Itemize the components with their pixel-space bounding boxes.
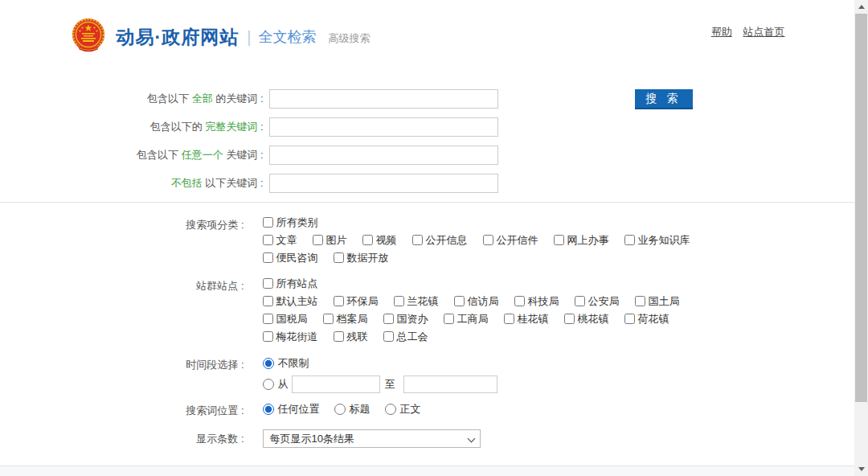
category-checkbox[interactable]: 视频 xyxy=(362,233,397,248)
radio[interactable] xyxy=(263,358,274,369)
checkbox[interactable] xyxy=(635,296,645,306)
checkbox[interactable] xyxy=(334,331,344,342)
category-checkbox[interactable]: 公开信件 xyxy=(483,233,538,248)
checkbox[interactable] xyxy=(624,235,635,245)
site-checkbox[interactable]: 信访局 xyxy=(454,294,499,309)
checkbox[interactable] xyxy=(263,296,273,306)
checkbox-label: 视频 xyxy=(376,233,397,248)
site-checkbox[interactable]: 总工会 xyxy=(383,330,428,344)
category-checkbox[interactable]: 便民咨询 xyxy=(263,251,318,265)
page-bottom-strip xyxy=(0,466,854,476)
checkbox[interactable] xyxy=(362,235,373,245)
time-range-radio[interactable]: 从 xyxy=(263,377,289,392)
advanced-search-page: 动易·政府网站 | 全文检索 高级搜索 帮助 站点首页 包含以下 全部 的关键词… xyxy=(0,0,868,476)
checkbox[interactable] xyxy=(263,331,273,342)
checkbox[interactable] xyxy=(514,296,525,306)
radio[interactable] xyxy=(334,404,346,415)
checkbox[interactable] xyxy=(263,252,273,263)
site-checkbox-all[interactable]: 所有站点 xyxy=(263,277,318,291)
keyword-input-all[interactable] xyxy=(269,89,498,109)
checkbox[interactable] xyxy=(383,314,394,324)
checkbox[interactable] xyxy=(504,314,514,324)
category-checkbox-all[interactable]: 所有类别 xyxy=(263,215,318,230)
word-position-section: 搜索词位置 : 任何位置 标题 正文 xyxy=(70,401,785,421)
keyword-input-exclude[interactable] xyxy=(269,174,498,193)
checkbox-label: 公开信息 xyxy=(426,233,468,248)
category-checkbox[interactable]: 数据开放 xyxy=(334,251,389,265)
radio[interactable] xyxy=(263,404,274,415)
checkbox-label: 文章 xyxy=(276,233,297,248)
radio-label: 任何位置 xyxy=(278,402,320,416)
checkbox-label: 所有类别 xyxy=(276,215,318,230)
site-checkbox[interactable]: 环保局 xyxy=(334,294,379,309)
position-anywhere-radio[interactable]: 任何位置 xyxy=(263,402,320,416)
page-size-select[interactable]: 每页显示10条结果 xyxy=(263,429,481,448)
site-checkbox[interactable]: 档案局 xyxy=(323,312,368,326)
checkbox[interactable] xyxy=(263,217,273,228)
checkbox[interactable] xyxy=(575,296,585,306)
checkbox[interactable] xyxy=(564,314,575,324)
checkbox-label: 默认主站 xyxy=(276,294,318,309)
keyword-row-exact: 包含以下的 完整关键词 : xyxy=(70,117,785,137)
checkbox[interactable] xyxy=(483,235,493,245)
site-checkbox[interactable]: 公安局 xyxy=(575,294,620,309)
keyword-label-exclude: 不包括 以下关键词 : xyxy=(70,176,269,191)
checkbox[interactable] xyxy=(383,331,394,342)
checkbox[interactable] xyxy=(412,235,423,245)
time-unlimited-radio[interactable]: 不限制 xyxy=(263,356,309,371)
category-checkbox[interactable]: 文章 xyxy=(263,233,297,248)
advanced-search-label: 高级搜索 xyxy=(328,31,370,46)
sites-section-label: 站群站点 : xyxy=(70,277,244,347)
keyword-input-any[interactable] xyxy=(269,146,498,165)
radio[interactable] xyxy=(385,404,396,415)
checkbox[interactable] xyxy=(624,314,635,324)
position-title-radio[interactable]: 标题 xyxy=(334,402,371,416)
site-checkbox[interactable]: 国土局 xyxy=(635,294,680,309)
page-size-section-label: 显示条数 : xyxy=(70,429,244,448)
checkbox[interactable] xyxy=(263,278,273,289)
date-from-input[interactable] xyxy=(292,375,380,393)
scroll-up-arrow-icon[interactable] xyxy=(854,0,868,14)
checkbox[interactable] xyxy=(454,296,465,306)
checkbox-label: 总工会 xyxy=(397,330,428,344)
highlight-exclude: 不包括 xyxy=(171,177,203,189)
search-button[interactable]: 搜 索 xyxy=(635,89,693,109)
keyword-input-exact[interactable] xyxy=(269,117,498,137)
site-checkbox[interactable]: 桂花镇 xyxy=(504,312,549,326)
checkbox[interactable] xyxy=(263,314,273,324)
highlight-exact: 完整关键词 xyxy=(205,121,257,133)
site-checkbox[interactable]: 默认主站 xyxy=(263,294,318,309)
scroll-down-arrow-icon[interactable] xyxy=(854,462,868,476)
checkbox[interactable] xyxy=(444,314,454,324)
site-checkbox[interactable]: 兰花镇 xyxy=(394,294,439,309)
help-link[interactable]: 帮助 xyxy=(711,26,732,38)
site-home-link[interactable]: 站点首页 xyxy=(743,26,785,38)
time-range-section: 时间段选择 : 不限制 从 至 xyxy=(70,355,785,393)
scrollbar-thumb[interactable] xyxy=(855,14,867,402)
category-checkbox[interactable]: 网上办事 xyxy=(554,233,609,248)
checkbox[interactable] xyxy=(313,235,323,245)
position-body-radio[interactable]: 正文 xyxy=(385,402,421,416)
checkbox[interactable] xyxy=(554,235,564,245)
checkbox[interactable] xyxy=(263,235,273,245)
site-checkbox[interactable]: 残联 xyxy=(334,330,368,344)
category-checkbox[interactable]: 业务知识库 xyxy=(624,233,690,248)
category-checkbox[interactable]: 图片 xyxy=(313,233,347,248)
highlight-all: 全部 xyxy=(192,92,213,105)
site-checkbox[interactable]: 荷花镇 xyxy=(624,312,669,326)
site-checkbox[interactable]: 梅花街道 xyxy=(263,330,318,344)
site-checkbox[interactable]: 桃花镇 xyxy=(564,312,609,326)
site-checkbox[interactable]: 国资办 xyxy=(383,312,428,326)
browser-scrollbar[interactable] xyxy=(854,0,868,476)
checkbox[interactable] xyxy=(323,314,334,324)
radio[interactable] xyxy=(263,379,274,390)
date-to-input[interactable] xyxy=(403,375,497,393)
site-checkbox[interactable]: 工商局 xyxy=(444,312,489,326)
checkbox[interactable] xyxy=(334,296,344,306)
site-checkbox[interactable]: 国税局 xyxy=(263,312,308,326)
site-checkbox[interactable]: 科技局 xyxy=(514,294,559,309)
checkbox[interactable] xyxy=(334,252,344,263)
checkbox[interactable] xyxy=(394,296,404,306)
checkbox-label: 桂花镇 xyxy=(518,312,549,326)
category-checkbox[interactable]: 公开信息 xyxy=(412,233,468,248)
